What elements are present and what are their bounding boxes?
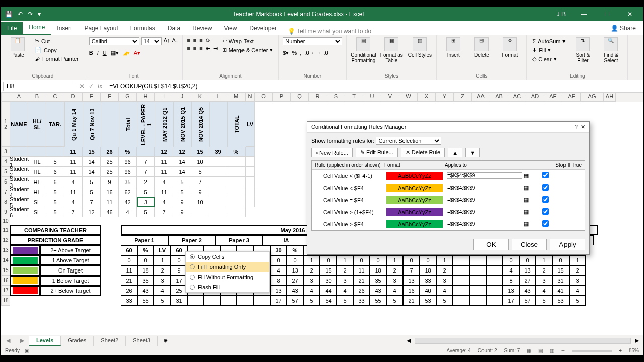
sort-filter-button[interactable]: ⇅Sort & Filter <box>570 37 595 63</box>
conditional-formatting-button[interactable]: ▤Conditional Formatting <box>351 37 376 63</box>
cell[interactable] <box>209 197 227 207</box>
cell[interactable] <box>254 296 270 306</box>
merge-center-button[interactable]: ⊞ Merge & Center ▾ <box>221 46 275 54</box>
cell[interactable]: HL <box>28 187 46 197</box>
cell[interactable]: 12 <box>83 207 101 217</box>
apply-button[interactable]: Apply <box>550 239 585 250</box>
fill-option[interactable]: Fill Without Formatting <box>186 272 269 282</box>
cell[interactable]: 31 <box>171 296 187 306</box>
cell[interactable]: % <box>119 147 137 157</box>
cell[interactable]: 0 <box>552 255 569 265</box>
header-cell[interactable]: 60 <box>121 245 137 255</box>
name-box[interactable]: H8 <box>3 82 73 91</box>
header-cell[interactable] <box>101 102 119 147</box>
cell[interactable]: 53 <box>420 296 436 306</box>
col-header[interactable]: W <box>399 93 418 102</box>
dialog-help-icon[interactable]: ? <box>575 124 578 130</box>
cell[interactable]: 4 <box>436 286 453 296</box>
header-cell[interactable]: TAR. <box>46 102 64 147</box>
cell[interactable]: 11 <box>353 265 370 276</box>
cell[interactable]: 2 <box>337 265 353 276</box>
header-cell[interactable]: Total <box>119 102 137 147</box>
cell[interactable]: 25 <box>101 157 119 167</box>
col-header[interactable]: AB <box>490 93 508 102</box>
sheet-tab[interactable]: Sheet3 <box>126 336 158 346</box>
enter-formula-icon[interactable]: ✓ <box>89 83 94 90</box>
cell[interactable]: 12 <box>155 147 173 157</box>
cell[interactable]: 43 <box>137 286 154 296</box>
move-down-button[interactable]: ▼ <box>465 148 480 157</box>
align-center-icon[interactable]: ≡ <box>193 45 196 52</box>
format-painter-button[interactable]: 🖌 Format Painter <box>33 55 80 62</box>
cell[interactable]: 3 <box>536 276 552 286</box>
cell[interactable]: 40 <box>420 286 436 296</box>
cell[interactable] <box>453 255 469 265</box>
cell[interactable] <box>486 296 503 306</box>
cell[interactable]: 0 <box>519 255 536 265</box>
cell[interactable]: 43 <box>287 286 303 296</box>
header-cell[interactable]: MAY 2012 Q1 <box>155 102 173 147</box>
formula-input[interactable]: =VLOOKUP(G8,$T$14:$U$20,2) <box>106 82 643 90</box>
cell[interactable]: 0 <box>270 255 287 265</box>
col-header[interactable]: H <box>137 93 155 102</box>
cell[interactable]: 13 <box>287 265 303 276</box>
range-picker-icon[interactable]: ▦ <box>524 172 529 178</box>
cell[interactable]: 26 <box>353 286 370 296</box>
cf-rule-row[interactable]: Cell Value = $F4AaBbCcYyZz ▦ <box>312 194 585 206</box>
format-as-table-button[interactable]: ▦Format as Table <box>379 37 404 63</box>
insert-cells-button[interactable]: ⊞Insert <box>441 37 466 58</box>
number-format-select[interactable]: Number <box>283 37 342 45</box>
cell[interactable]: 5 <box>46 197 64 207</box>
cell[interactable] <box>486 276 503 286</box>
minimize-icon[interactable]: — <box>574 11 594 18</box>
italic-button[interactable]: I <box>97 50 99 56</box>
cell[interactable]: 5 <box>46 207 64 217</box>
cell[interactable]: 9 <box>173 197 191 207</box>
zoom-out-icon[interactable]: − <box>561 348 565 353</box>
cell[interactable] <box>227 177 246 187</box>
cell[interactable] <box>227 167 246 177</box>
cell[interactable]: 3 <box>436 276 453 286</box>
cell[interactable]: 1 <box>436 255 453 265</box>
cell[interactable]: 5 <box>337 296 353 306</box>
cell[interactable]: 2 <box>536 265 552 276</box>
cell[interactable]: 1 <box>154 255 171 265</box>
col-header[interactable]: R <box>309 93 327 102</box>
cell[interactable]: 3 <box>386 276 403 286</box>
cell[interactable]: 33 <box>353 296 370 306</box>
cell[interactable]: 7 <box>191 177 209 187</box>
col-header[interactable]: AE <box>544 93 562 102</box>
cell[interactable]: 18 <box>370 265 386 276</box>
cell[interactable]: 2 <box>569 265 586 276</box>
cell[interactable]: 4 <box>569 286 586 296</box>
cell[interactable]: 7 <box>403 265 420 276</box>
cell[interactable] <box>486 286 503 296</box>
cell[interactable]: 15 <box>552 265 569 276</box>
range-picker-icon[interactable]: ▦ <box>524 209 529 215</box>
cell[interactable]: 11 <box>64 157 83 167</box>
show-rules-for-select[interactable]: Current Selection <box>376 137 441 145</box>
zoom-in-icon[interactable]: + <box>619 348 622 353</box>
cell[interactable]: 0 <box>137 255 154 265</box>
cell[interactable] <box>453 286 469 296</box>
cell[interactable]: 11 <box>64 167 83 177</box>
cell[interactable] <box>227 187 246 197</box>
qat-customize-icon[interactable]: ▾ <box>38 11 41 18</box>
cell[interactable]: 21 <box>353 276 370 286</box>
cell[interactable]: 5 <box>137 207 155 217</box>
col-header[interactable]: V <box>381 93 399 102</box>
cell[interactable]: 9 <box>191 187 209 197</box>
align-bottom-icon[interactable]: ≡ <box>199 37 202 44</box>
cell[interactable]: 25 <box>101 167 119 177</box>
cell[interactable] <box>46 147 64 157</box>
cell[interactable]: 57 <box>287 296 303 306</box>
cell[interactable]: 55 <box>137 296 154 306</box>
cell[interactable]: 0 <box>287 255 303 265</box>
col-header[interactable]: S <box>327 93 345 102</box>
cell[interactable]: 5 <box>303 296 320 306</box>
header-cell[interactable]: LV <box>246 102 255 147</box>
undo-icon[interactable]: ↶ <box>18 11 23 18</box>
stop-if-true-checkbox[interactable] <box>542 220 549 227</box>
cell[interactable] <box>486 255 503 265</box>
cell[interactable]: 13 <box>519 265 536 276</box>
